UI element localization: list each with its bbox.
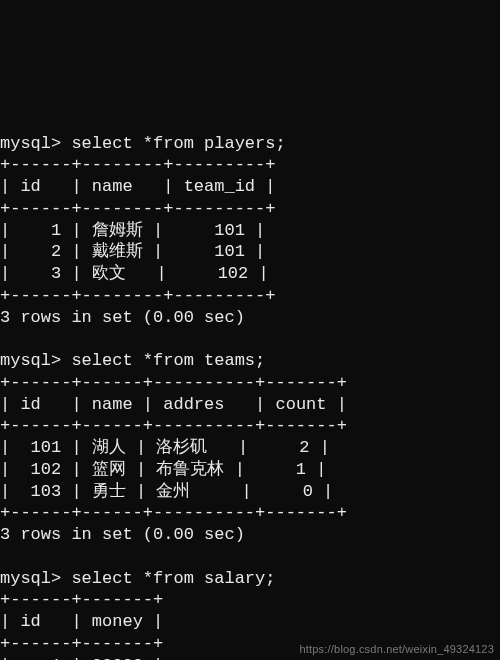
result-footer: 3 rows in set (0.00 sec): [0, 525, 245, 544]
col-header: money: [92, 612, 143, 631]
col-header: addres: [163, 395, 224, 414]
col-header: id: [20, 177, 40, 196]
cell: 1: [296, 460, 306, 479]
cell: 103: [31, 482, 62, 501]
cell: 102: [31, 460, 62, 479]
cell: 湖人: [92, 438, 126, 457]
cell: 勇士: [92, 482, 126, 501]
cell: 布鲁克林: [156, 460, 224, 479]
prompt: mysql>: [0, 134, 61, 153]
col-header: team_id: [184, 177, 255, 196]
result-footer: 3 rows in set (0.00 sec): [0, 308, 245, 327]
cell: 3: [51, 264, 61, 283]
cell: 2: [51, 242, 61, 261]
col-header: count: [275, 395, 326, 414]
cell: 101: [214, 221, 245, 240]
cell: 篮网: [92, 460, 126, 479]
terminal-output: mysql> select *from players; +------+---…: [0, 109, 500, 660]
cell: 欧文: [92, 264, 126, 283]
cell: 101: [214, 242, 245, 261]
cell: 102: [218, 264, 249, 283]
cell: 詹姆斯: [92, 221, 143, 240]
cell: 戴维斯: [92, 242, 143, 261]
cell: 20000: [92, 656, 143, 661]
watermark: https://blog.csdn.net/weixin_49324123: [299, 642, 494, 656]
sql-query: select *from players;: [71, 134, 285, 153]
col-header: id: [20, 612, 40, 631]
col-header: name: [92, 395, 133, 414]
prompt: mysql>: [0, 569, 61, 588]
sql-query: select *from salary;: [71, 569, 275, 588]
cell: 2: [299, 438, 309, 457]
cell: 金州: [156, 482, 190, 501]
col-header: id: [20, 395, 40, 414]
cell: 1: [51, 221, 61, 240]
col-header: name: [92, 177, 133, 196]
cell: 1: [51, 656, 61, 661]
prompt: mysql>: [0, 351, 61, 370]
cell: 0: [303, 482, 313, 501]
sql-query: select *from teams;: [71, 351, 265, 370]
cell: 洛杉矶: [156, 438, 207, 457]
cell: 101: [31, 438, 62, 457]
